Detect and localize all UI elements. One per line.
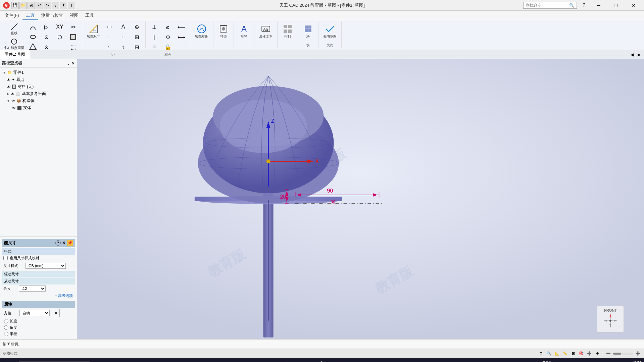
ribbon-btn-smartsketch[interactable]: 智能草图 xyxy=(193,22,210,40)
command-search-input[interactable] xyxy=(526,3,569,8)
dim-enable-mapping-check[interactable] xyxy=(3,256,8,260)
menu-measure[interactable]: 测量与检查 xyxy=(38,11,66,20)
ribbon-btn-dim4[interactable]: A xyxy=(117,22,129,32)
qa-extra[interactable]: T xyxy=(68,2,75,9)
ribbon-btn-line[interactable]: 直线 xyxy=(3,22,26,36)
tree-item-origin[interactable]: 👁 ✦ 原点 xyxy=(1,76,76,83)
radio-radius[interactable] xyxy=(4,332,8,336)
ribbon-btn-dim6[interactable]: ↕ xyxy=(117,42,129,52)
tree-item-refplanes[interactable]: ▶ 👁 ⬜ 基本参考平面 xyxy=(1,90,76,97)
ribbon-btn-dim7[interactable]: ⊕ xyxy=(131,22,143,32)
qa-arrow[interactable]: ↕ xyxy=(52,2,59,9)
ribbon-btn-rel8[interactable]: ⟷ xyxy=(175,32,187,42)
ribbon-btn-extra7[interactable]: XY xyxy=(54,22,66,32)
ribbon-btn-dim8[interactable]: ⊞ xyxy=(131,32,143,42)
ribbon-btn-extra8[interactable]: ⬡ xyxy=(54,32,66,42)
close-button[interactable]: ✕ xyxy=(626,0,641,11)
dim-panel-pin[interactable]: 📌 xyxy=(67,240,73,246)
ribbon-btn-extra6[interactable]: ⊗ xyxy=(40,42,52,52)
ribbon-btn-rel7[interactable]: ⟵ xyxy=(175,22,187,32)
ribbon-btn-feature[interactable]: 特征 xyxy=(216,22,231,40)
dim-rounding-select[interactable]: .12 .1 .123 xyxy=(19,286,46,292)
tab-sketch[interactable]: 零件1: 草图 xyxy=(0,50,30,59)
dim-panel-close[interactable]: ✕ xyxy=(62,241,65,245)
status-zoom-out[interactable]: ➖ xyxy=(605,350,612,357)
ribbon-btn-arrange[interactable]: 排列 xyxy=(280,22,295,40)
dim-style-select[interactable]: GB (mm) ANSI (inch) ISO (mm) xyxy=(26,263,66,269)
compass[interactable]: FRONT xyxy=(597,306,624,332)
radio-length[interactable] xyxy=(4,319,8,323)
taskbar-app-browser[interactable] xyxy=(315,359,328,362)
ribbon-btn-modify3[interactable]: ⬚ xyxy=(67,42,79,52)
taskbar-clock[interactable]: 18:59 2024/9/29 xyxy=(625,361,641,362)
tree-item-solid[interactable]: 👁 ⬛ 实体 xyxy=(1,104,76,111)
tree-item-part1[interactable]: ▼ 📁 零件1 xyxy=(1,69,76,76)
tree-item-material[interactable]: 👁 🔲 材料 (无) xyxy=(1,83,76,90)
ribbon-btn-modify1[interactable]: ✂ xyxy=(67,22,79,32)
tree-item-body[interactable]: ▼ 👁 📦 构造体 xyxy=(1,97,76,104)
prop-position-select[interactable]: 自动 水平 竖直 对齐 xyxy=(19,310,50,316)
ribbon-btn-extra1[interactable] xyxy=(27,22,39,32)
status-icon-grid[interactable]: ⊞ xyxy=(570,350,577,357)
ribbon-btn-block-new[interactable]: 块 xyxy=(301,22,315,40)
menu-tools[interactable]: 工具 xyxy=(82,11,97,20)
start-button[interactable] xyxy=(3,359,15,362)
ribbon-btn-attrtext[interactable]: Aa 属性文本 xyxy=(257,22,275,40)
taskbar-search[interactable]: 搜索 xyxy=(17,361,91,362)
dim-advanced-link[interactable]: + 高级选项 xyxy=(2,293,75,299)
ribbon-btn-rel4[interactable]: ⌀ xyxy=(162,22,174,32)
ribbon-btn-rel6[interactable]: 🔒 xyxy=(162,42,174,52)
ribbon-btn-circle[interactable]: 中心和点画圆 xyxy=(3,37,26,51)
taskbar-app-sougou[interactable]: S xyxy=(333,359,345,362)
qa-save[interactable]: 💾 xyxy=(11,2,19,9)
status-icon-snap[interactable]: 🎯 xyxy=(578,350,585,357)
ribbon-btn-dim9[interactable]: ⊟ xyxy=(131,42,143,52)
qa-print[interactable]: 🖨 xyxy=(28,2,35,9)
prop-position-btn[interactable]: ✕ xyxy=(52,309,60,317)
taskbar-app-cad[interactable]: G xyxy=(281,359,293,362)
tab-arrow-right[interactable]: ▶ xyxy=(636,52,643,58)
path-finder-close[interactable]: ✕ xyxy=(71,61,75,66)
ribbon-btn-extra4[interactable]: ▷ xyxy=(40,22,52,32)
ribbon-btn-dim3[interactable]: ∠ xyxy=(104,42,116,52)
status-icon-ruler[interactable]: 📏 xyxy=(562,350,568,357)
ribbon-btn-smartdim[interactable]: 10 智能尺寸 xyxy=(85,22,102,40)
ribbon-btn-rel5[interactable]: ⊙ xyxy=(162,32,174,42)
ribbon-btn-rel2[interactable]: ∥ xyxy=(148,32,160,42)
radio-angle[interactable] xyxy=(4,325,8,330)
canvas-area[interactable]: ✓ ▲ ▼ xyxy=(77,59,644,339)
ribbon-btn-extra5[interactable]: ⊙ xyxy=(40,32,52,42)
ribbon-btn-rel3[interactable]: ≡ xyxy=(148,42,160,52)
status-icon-plus[interactable]: ➕ xyxy=(586,350,593,357)
path-finder-collapse[interactable]: ⌄ xyxy=(67,61,70,66)
command-search[interactable]: 🔍 xyxy=(523,2,577,9)
ribbon-btn-closesketch[interactable]: 关闭草图 xyxy=(321,22,339,40)
ribbon-btn-dim2[interactable]: ↕ xyxy=(104,32,116,42)
arrange-icon xyxy=(282,23,293,34)
menu-view[interactable]: 视图 xyxy=(66,11,82,20)
menu-home[interactable]: 主页 xyxy=(22,11,38,20)
ribbon-btn-extra2[interactable] xyxy=(27,32,39,42)
qa-redo[interactable]: ↪ xyxy=(44,2,51,9)
status-icon-search[interactable]: 🔍 xyxy=(546,350,552,357)
status-icon-dim[interactable]: 📐 xyxy=(554,350,560,357)
ribbon-btn-dim1[interactable]: ⟷ xyxy=(104,22,116,32)
ribbon-btn-note[interactable]: A 注释 xyxy=(237,22,251,40)
help-button[interactable]: ? xyxy=(579,1,589,9)
status-icon-circle-plus[interactable]: ⊕ xyxy=(594,350,601,357)
taskbar-app-files[interactable] xyxy=(298,359,310,362)
minimize-button[interactable]: ─ xyxy=(591,0,606,11)
status-zoom-slider[interactable] xyxy=(613,353,633,355)
dim-panel-help[interactable]: ? xyxy=(55,240,61,246)
status-zoom-in[interactable]: ➕ xyxy=(635,350,641,357)
maximize-button[interactable]: □ xyxy=(608,0,624,11)
status-icon-settings[interactable]: ⚙ xyxy=(538,350,544,357)
tab-arrow-left[interactable]: ◀ xyxy=(629,52,636,58)
qa-open[interactable]: 📁 xyxy=(19,2,27,9)
qa-undo[interactable]: ↩ xyxy=(36,2,43,9)
menu-file[interactable]: 文件(F) xyxy=(1,11,22,20)
ribbon-btn-rel1[interactable]: ⊥ xyxy=(148,22,160,32)
ribbon-btn-dim5[interactable]: ↔ xyxy=(117,32,129,42)
qa-select[interactable]: ⬆ xyxy=(60,2,67,9)
ribbon-btn-modify2[interactable]: 🔲 xyxy=(67,32,79,42)
